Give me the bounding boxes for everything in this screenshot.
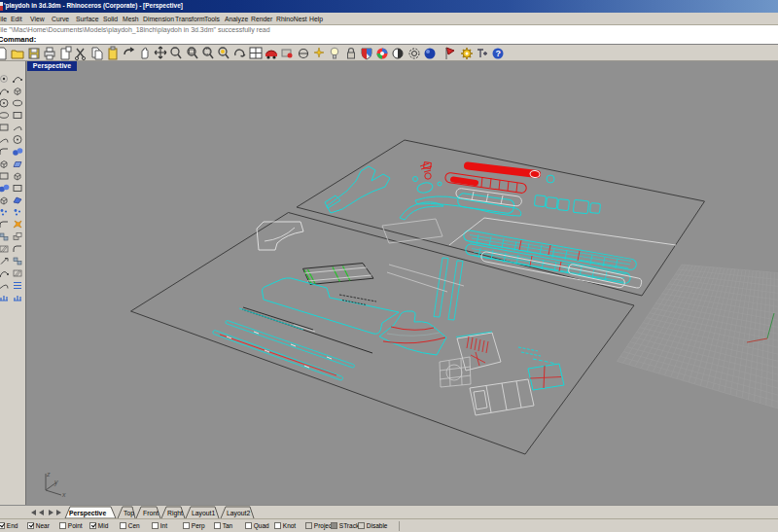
svg-text:z: z xyxy=(46,471,51,478)
svg-text:Front: Front xyxy=(143,510,159,516)
svg-text:Layout1: Layout1 xyxy=(192,510,215,517)
svg-text:Perspective: Perspective xyxy=(69,510,106,517)
svg-text:Right: Right xyxy=(167,510,183,517)
svg-text:Layout2: Layout2 xyxy=(227,510,250,517)
svg-text:?: ? xyxy=(496,49,502,58)
svg-text:y: y xyxy=(53,479,58,486)
svg-text:Top: Top xyxy=(124,510,134,517)
svg-text:x: x xyxy=(61,491,66,498)
